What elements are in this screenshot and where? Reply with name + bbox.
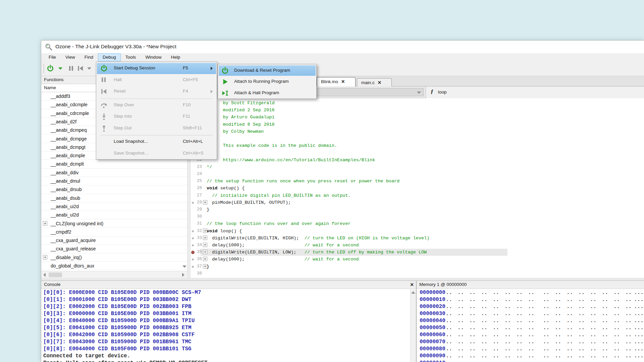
breakpoint-slot-icon[interactable] [192,258,194,260]
breakpoint-slot-icon[interactable] [192,202,194,204]
memory-byte[interactable]: .. [504,353,511,359]
memory-byte[interactable]: .. [469,325,476,331]
scroll-thumb[interactable] [49,273,62,277]
memory-byte[interactable]: .. [625,311,632,317]
memory-byte[interactable]: .. [458,346,464,352]
line-number[interactable]: 32 [195,229,202,233]
memory-byte[interactable]: .. [578,332,585,338]
memory-byte[interactable]: .. [493,339,499,345]
memory-byte[interactable]: .. [481,297,487,303]
line-number[interactable]: 30 [195,214,202,219]
memory-byte[interactable]: .. [543,297,549,303]
halt-button[interactable] [67,64,75,73]
memory-byte[interactable]: .. [469,318,476,324]
memory-byte[interactable]: .. [555,346,561,352]
memory-byte[interactable]: .. [567,304,573,310]
memory-byte[interactable]: .. [504,360,511,362]
line-number[interactable]: 27 [195,193,202,198]
memory-byte[interactable]: .. [469,290,476,296]
memory-byte[interactable]: .. [458,318,464,324]
memory-byte[interactable]: .. [458,332,464,338]
memory-byte[interactable]: .. [543,290,549,296]
memory-byte[interactable]: .. [567,318,573,324]
memory-byte[interactable]: .. [567,353,573,359]
menu-item-halt[interactable]: HaltCtrl+F5 [96,74,217,86]
memory-byte[interactable]: .. [446,318,452,324]
memory-byte[interactable]: .. [504,346,511,352]
memory-byte[interactable]: .. [458,290,464,296]
code-line[interactable]: 34 delay(1000); // wait for a second [191,242,644,249]
menu-item-tools[interactable]: Tools [121,53,141,61]
memory-byte[interactable]: .. [590,297,596,303]
memory-byte[interactable]: .. [602,290,608,296]
memory-byte[interactable]: .. [578,297,585,303]
memory-byte[interactable]: .. [625,353,632,359]
titlebar[interactable]: Ozone - The J-Link Debugger V3.30a - *Ne… [41,41,644,53]
code-line[interactable]: 26void setup() { [191,185,644,192]
tab-main-c[interactable]: main.c✕ [357,78,392,86]
memory-byte[interactable]: .. [625,332,632,338]
memory-byte[interactable]: .. [578,290,585,296]
memory-byte[interactable]: .. [602,353,608,359]
menu-item-save-snapshot[interactable]: Save Snapshot...Ctrl+Alt+S [96,148,217,160]
line-number[interactable]: 31 [195,221,202,226]
memory-byte[interactable]: .. [567,346,573,352]
line-number[interactable]: 25 [195,179,202,183]
memory-byte[interactable]: .. [446,360,452,362]
memory-byte[interactable]: .. [481,346,487,352]
memory-byte[interactable]: .. [481,332,487,338]
breakpoint-slot-icon[interactable] [192,230,194,232]
menu-item-file[interactable]: File [44,53,61,61]
memory-byte[interactable]: .. [602,360,608,362]
code-line[interactable]: 15 modified 2 Sep 2016 [191,107,644,114]
code-line[interactable]: 16 by Arturo Guadalupi [191,114,644,121]
code-line[interactable]: 38 [191,270,644,277]
console-vscrollbar[interactable] [410,289,416,362]
memory-byte[interactable]: .. [543,318,549,324]
code-line[interactable]: 21 [191,149,644,156]
memory-byte[interactable]: .. [469,304,476,310]
memory-byte[interactable]: .. [625,297,632,303]
memory-byte[interactable]: .. [516,346,523,352]
memory-byte[interactable]: .. [481,318,487,324]
memory-byte[interactable]: .. [458,353,464,359]
code-line[interactable]: 22 https://www.arduino.cc/en/Tutorial/Bu… [191,157,644,164]
submenu-item-download-reset-program[interactable]: Download & Reset Program [218,65,316,76]
memory-byte[interactable]: .. [625,325,632,331]
memory-byte[interactable]: .. [469,346,476,352]
code-line[interactable]: 25// the setup function runs once when y… [191,178,644,185]
memory-byte[interactable]: .. [528,290,534,296]
memory-byte[interactable]: .. [504,339,511,345]
memory-byte[interactable]: .. [613,325,620,331]
memory-byte[interactable]: .. [446,339,452,345]
memory-byte[interactable]: .. [504,318,511,324]
line-number[interactable]: 29 [195,207,202,212]
close-icon[interactable]: ✕ [341,79,345,84]
menu-item-step-out[interactable]: Step OutShift+F11 [96,123,217,134]
memory-byte[interactable]: .. [613,332,620,338]
memory-byte[interactable]: .. [493,318,499,324]
memory-byte[interactable]: .. [458,325,464,331]
reset-dropdown[interactable] [85,64,94,73]
code-line[interactable]: 32void loop() { [191,228,644,235]
memory-byte[interactable]: .. [528,339,534,345]
tab-blink-ino[interactable]: Blink.ino✕ [317,77,356,86]
memory-byte[interactable]: .. [613,304,620,310]
memory-byte[interactable]: .. [493,304,499,310]
memory-byte[interactable]: .. [567,297,573,303]
memory-byte[interactable]: .. [458,304,464,310]
memory-byte[interactable]: .. [516,311,523,317]
memory-byte[interactable]: .. [469,297,476,303]
memory-byte[interactable]: .. [516,360,523,362]
line-number[interactable]: 23 [195,165,202,169]
line-number[interactable]: 38 [195,271,202,276]
memory-byte[interactable]: .. [493,311,499,317]
memory-byte[interactable]: .. [578,346,585,352]
start-debug-button[interactable] [46,64,55,73]
expand-icon[interactable] [43,221,47,226]
memory-byte[interactable]: .. [516,339,523,345]
memory-byte[interactable]: .. [625,339,632,345]
memory-byte[interactable]: .. [602,346,608,352]
memory-byte[interactable]: .. [625,290,632,296]
memory-byte[interactable]: .. [555,332,561,338]
